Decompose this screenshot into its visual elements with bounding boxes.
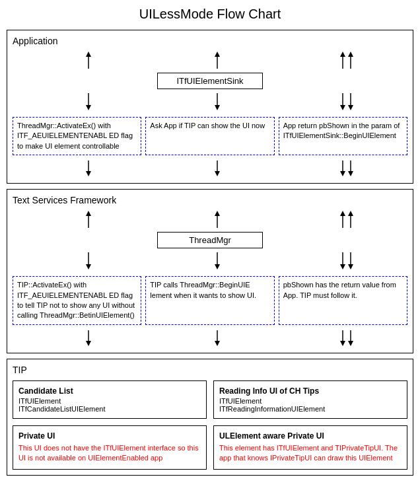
tsf-dashed-box-2: TIP calls ThreadMgr::BeginUIE lement whe…: [145, 276, 274, 325]
svg-marker-1: [86, 52, 91, 57]
reading-info-box: Reading Info UI of CH Tips ITfUIElement …: [213, 380, 407, 419]
app-bottom-connectors: [13, 92, 407, 113]
candidate-list-line1: ITfUIElement: [18, 397, 201, 405]
svg-marker-17: [86, 171, 91, 176]
threadmgr-box: ThreadMgr: [157, 232, 263, 248]
tsf-section: Text Services Framework ThreadMgr TIP::A…: [7, 189, 413, 353]
application-section: Application ITfUIElementSink ThreadMgr::…: [7, 30, 413, 184]
svg-marker-9: [86, 105, 91, 110]
svg-marker-43: [215, 341, 220, 346]
svg-marker-37: [340, 264, 345, 270]
tip-label: TIP: [13, 365, 407, 375]
svg-marker-5: [340, 52, 345, 57]
tsf-bottom-connectors: [13, 251, 407, 272]
ulelement-private-ui-title: ULElement aware Private UI: [219, 431, 402, 441]
tsf-dashed-box-3: pbShown has the return value from App. T…: [279, 276, 407, 325]
tsf-label: Text Services Framework: [13, 195, 407, 205]
svg-marker-23: [348, 171, 353, 176]
tsf-dashed-box-1: TIP::ActivateEx() with ITF_AEUIELEMENTEN…: [13, 276, 141, 325]
reading-info-title: Reading Info UI of CH Tips: [219, 386, 402, 396]
tsf-dashed-boxes-row: TIP::ActivateEx() with ITF_AEUIELEMENTEN…: [13, 276, 407, 325]
app-dashed-boxes-row: ThreadMgr::ActivateEx() with ITF_AEUIELE…: [13, 117, 407, 155]
app-exit-arrows: [13, 159, 407, 178]
svg-marker-21: [340, 171, 345, 176]
tsf-top-connectors: [13, 209, 407, 229]
tsf-exit-arrows: [13, 329, 407, 347]
page-title: UILessMode Flow Chart: [7, 7, 413, 22]
app-dashed-box-3: App return pbShown in the param of ITfUI…: [279, 117, 407, 155]
svg-marker-47: [348, 341, 353, 346]
private-ui-title: Private UI: [18, 431, 201, 441]
application-label: Application: [13, 36, 407, 46]
reading-info-line2: ITfReadingInformationUIElement: [219, 405, 402, 413]
svg-marker-19: [215, 171, 220, 176]
svg-marker-39: [348, 264, 353, 270]
ituielementSink-box: ITfUIElementSink: [157, 73, 263, 89]
svg-marker-25: [86, 211, 91, 216]
reading-info-line1: ITfUIElement: [219, 397, 402, 405]
app-dashed-box-2: Ask App if TIP can show the UI now: [145, 117, 274, 155]
private-ui-box: Private UI This UI does not have the ITf…: [13, 425, 207, 470]
svg-marker-13: [340, 105, 345, 110]
svg-marker-7: [348, 52, 353, 57]
app-top-connectors: [13, 50, 407, 70]
svg-marker-15: [348, 105, 353, 110]
ulelement-private-ui-box: ULElement aware Private UI This element …: [213, 425, 407, 470]
private-ui-red-text: This UI does not have the ITfUIElement i…: [18, 443, 201, 464]
svg-marker-29: [340, 211, 345, 216]
tip-section: TIP Candidate List ITfUIElement ITfCandi…: [7, 359, 413, 476]
app-dashed-box-1: ThreadMgr::ActivateEx() with ITF_AEUIELE…: [13, 117, 141, 155]
tip-boxes-grid: Candidate List ITfUIElement ITfCandidate…: [13, 380, 407, 470]
candidate-list-box: Candidate List ITfUIElement ITfCandidate…: [13, 380, 207, 419]
candidate-list-line2: ITfCandidateListUIElement: [18, 405, 201, 413]
ulelement-private-ui-red-text: This element has ITfUIElement and TIPriv…: [219, 443, 402, 464]
svg-marker-45: [340, 341, 345, 346]
svg-marker-35: [215, 264, 220, 270]
svg-marker-41: [86, 341, 91, 346]
svg-marker-3: [215, 52, 220, 57]
svg-marker-27: [215, 211, 220, 216]
svg-marker-33: [86, 264, 91, 270]
svg-marker-11: [215, 105, 220, 110]
candidate-list-title: Candidate List: [18, 386, 201, 396]
svg-marker-31: [348, 211, 353, 216]
